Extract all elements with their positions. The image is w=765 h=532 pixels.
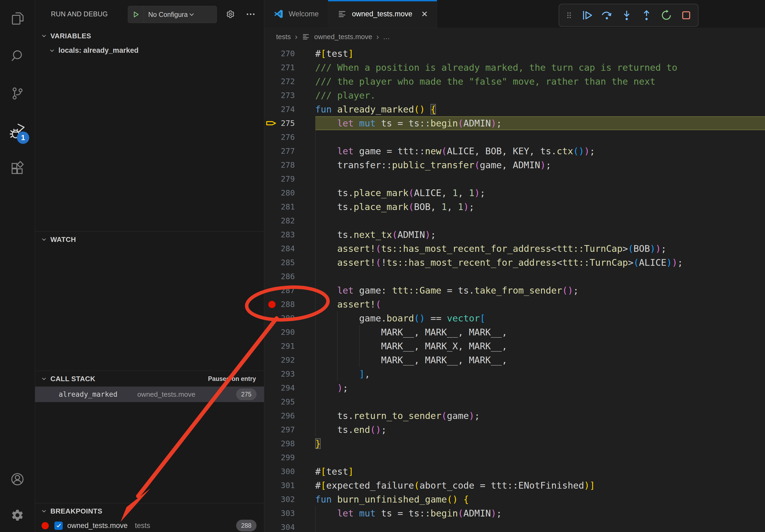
code-content[interactable]: MARK__, MARK__, MARK__, xyxy=(315,353,765,367)
code-line[interactable]: 273/// player. xyxy=(264,89,765,102)
breakpoint-list-item[interactable]: owned_tests.move tests 288 xyxy=(35,519,264,532)
code-line[interactable]: 274fun already_marked() { xyxy=(264,102,765,116)
gutter[interactable]: 300 xyxy=(264,464,315,478)
gutter[interactable]: 276 xyxy=(264,130,315,144)
explorer-icon[interactable] xyxy=(10,11,25,26)
code-content[interactable] xyxy=(315,450,765,464)
gutter[interactable]: 281 xyxy=(264,200,315,214)
variables-section-header[interactable]: VARIABLES xyxy=(35,28,264,44)
code-line[interactable]: 297 ts.end(); xyxy=(264,423,765,437)
gutter[interactable]: 275 xyxy=(264,116,315,130)
gutter[interactable]: 280 xyxy=(264,186,315,200)
code-line[interactable]: 272/// the player who made the "false" m… xyxy=(264,75,765,89)
gutter[interactable]: 271 xyxy=(264,61,315,75)
gutter[interactable]: 286 xyxy=(264,269,315,283)
close-icon[interactable]: ✕ xyxy=(421,9,428,19)
code-content[interactable] xyxy=(315,269,765,283)
breakpoint-icon[interactable] xyxy=(268,301,276,308)
gutter[interactable]: 279 xyxy=(264,172,315,186)
code-line[interactable]: 295 xyxy=(264,395,765,409)
gutter[interactable]: 273 xyxy=(264,89,315,102)
gutter[interactable]: 294 xyxy=(264,381,315,395)
call-stack-frame-row[interactable]: already_marked owned_tests.move 275 xyxy=(35,387,264,402)
run-and-debug-icon[interactable]: 1 xyxy=(8,121,27,140)
code-line[interactable]: 304 xyxy=(264,520,765,532)
code-content[interactable]: transfer::public_transfer(game, ADMIN); xyxy=(315,158,765,172)
gutter[interactable]: 284 xyxy=(264,242,315,256)
call-stack-section-header[interactable]: CALL STACK Paused on entry xyxy=(35,371,264,387)
code-line[interactable]: 285 assert!(!ts::has_most_recent_for_add… xyxy=(264,256,765,269)
code-line[interactable]: 276 xyxy=(264,130,765,144)
code-content[interactable] xyxy=(315,520,765,532)
code-content[interactable]: ], xyxy=(315,367,765,381)
code-content[interactable]: /// When a position is already marked, t… xyxy=(315,61,765,75)
code-content[interactable]: ts.place_mark(BOB, 1, 1); xyxy=(315,200,765,214)
step-into-icon[interactable] xyxy=(620,9,633,22)
breakpoint-checkbox[interactable] xyxy=(54,522,63,530)
code-line[interactable]: 302fun burn_unfinished_game() { xyxy=(264,492,765,506)
breadcrumb-symbol-more[interactable]: … xyxy=(383,33,390,41)
gutter[interactable]: 304 xyxy=(264,520,315,532)
breadcrumb-file[interactable]: owned_tests.move xyxy=(314,33,372,41)
code-content[interactable]: game.board() == vector[ xyxy=(315,311,765,325)
gutter[interactable]: 297 xyxy=(264,423,315,437)
gutter[interactable]: 274 xyxy=(264,102,315,116)
gutter[interactable]: 282 xyxy=(264,214,315,228)
gutter[interactable]: 299 xyxy=(264,450,315,464)
step-over-icon[interactable] xyxy=(600,9,613,22)
start-debug-button[interactable] xyxy=(128,6,144,23)
code-line[interactable]: 300#[test] xyxy=(264,464,765,478)
code-line[interactable]: 277 let game = ttt::new(ALICE, BOB, KEY,… xyxy=(264,144,765,158)
code-content[interactable]: MARK__, MARK_X, MARK__, xyxy=(315,339,765,353)
code-content[interactable]: let mut ts = ts::begin(ADMIN); xyxy=(315,116,765,130)
code-content[interactable]: ts.place_mark(ALICE, 1, 1); xyxy=(315,186,765,200)
gutter[interactable]: 303 xyxy=(264,506,315,520)
variables-scope-locals[interactable]: locals: already_marked xyxy=(35,46,264,55)
account-icon[interactable] xyxy=(10,472,25,487)
code-line[interactable]: 298} xyxy=(264,437,765,450)
code-line[interactable]: 287 let game: ttt::Game = ts.take_from_s… xyxy=(264,283,765,297)
stop-icon[interactable] xyxy=(680,9,693,22)
source-control-icon[interactable] xyxy=(10,86,25,101)
code-content[interactable]: #[test] xyxy=(315,464,765,478)
code-content[interactable]: let game: ttt::Game = ts.take_from_sende… xyxy=(315,283,765,297)
code-line[interactable]: 294 ); xyxy=(264,381,765,395)
watch-section-header[interactable]: WATCH xyxy=(35,232,264,247)
settings-gear-icon[interactable] xyxy=(10,508,25,523)
gutter[interactable]: 272 xyxy=(264,75,315,89)
more-actions-icon[interactable] xyxy=(245,9,256,20)
gutter[interactable]: 288 xyxy=(264,297,315,311)
code-line[interactable]: 299 xyxy=(264,450,765,464)
code-line[interactable]: 278 transfer::public_transfer(game, ADMI… xyxy=(264,158,765,172)
gutter[interactable]: 287 xyxy=(264,283,315,297)
code-line[interactable]: 275 let mut ts = ts::begin(ADMIN); xyxy=(264,116,765,130)
code-line[interactable]: 303 let mut ts = ts::begin(ADMIN); xyxy=(264,506,765,520)
code-line[interactable]: 289 game.board() == vector[ xyxy=(264,311,765,325)
code-content[interactable]: } xyxy=(315,437,765,450)
code-content[interactable] xyxy=(315,214,765,228)
code-content[interactable]: ts.end(); xyxy=(315,423,765,437)
code-line[interactable]: 291 MARK__, MARK_X, MARK__, xyxy=(264,339,765,353)
code-line[interactable]: 293 ], xyxy=(264,367,765,381)
code-content[interactable]: /// player. xyxy=(315,89,765,102)
code-content[interactable]: MARK__, MARK__, MARK__, xyxy=(315,325,765,339)
tab-owned-tests-move[interactable]: owned_tests.move ✕ xyxy=(328,0,437,28)
code-line[interactable]: 281 ts.place_mark(BOB, 1, 1); xyxy=(264,200,765,214)
gutter[interactable]: 302 xyxy=(264,492,315,506)
code-content[interactable]: #[test] xyxy=(315,47,765,61)
code-line[interactable]: 292 MARK__, MARK__, MARK__, xyxy=(264,353,765,367)
code-line[interactable]: 288 assert!( xyxy=(264,297,765,311)
code-line[interactable]: 282 xyxy=(264,214,765,228)
code-content[interactable] xyxy=(315,130,765,144)
step-out-icon[interactable] xyxy=(640,9,653,22)
gutter[interactable]: 292 xyxy=(264,353,315,367)
gutter[interactable]: 277 xyxy=(264,144,315,158)
gutter[interactable]: 293 xyxy=(264,367,315,381)
gutter[interactable]: 278 xyxy=(264,158,315,172)
gutter[interactable]: 301 xyxy=(264,478,315,492)
code-content[interactable]: let mut ts = ts::begin(ADMIN); xyxy=(315,506,765,520)
code-content[interactable]: ts.return_to_sender(game); xyxy=(315,409,765,423)
code-content[interactable]: let game = ttt::new(ALICE, BOB, KEY, ts.… xyxy=(315,144,765,158)
code-line[interactable]: 280 ts.place_mark(ALICE, 1, 1); xyxy=(264,186,765,200)
gutter[interactable]: 283 xyxy=(264,228,315,242)
